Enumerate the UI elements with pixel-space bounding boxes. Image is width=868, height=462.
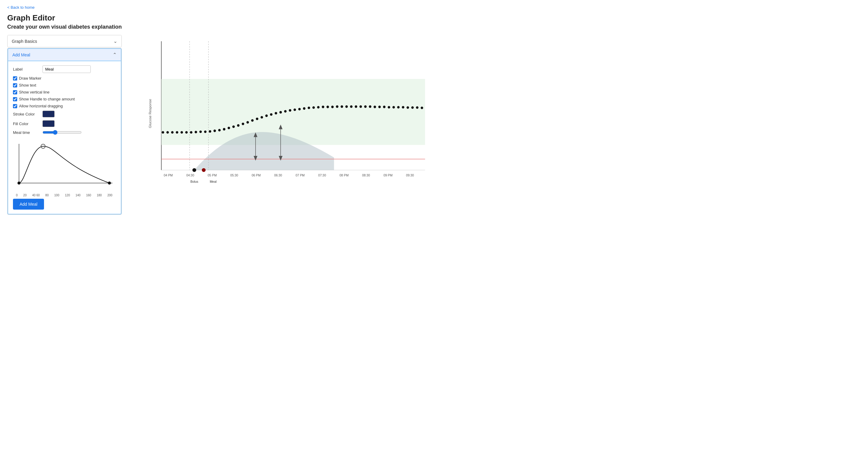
svg-point-53 bbox=[364, 105, 367, 108]
svg-point-10 bbox=[161, 131, 164, 134]
svg-point-65 bbox=[421, 107, 423, 109]
svg-point-22 bbox=[218, 129, 221, 131]
add-meal-button[interactable]: Add Meal bbox=[13, 199, 44, 210]
svg-point-12 bbox=[171, 131, 174, 134]
svg-text:04:30: 04:30 bbox=[186, 174, 194, 177]
y-axis-label: Glucose Response bbox=[148, 99, 152, 128]
svg-point-31 bbox=[261, 116, 263, 118]
svg-point-60 bbox=[397, 106, 400, 108]
svg-point-16 bbox=[190, 131, 192, 134]
svg-point-43 bbox=[317, 106, 319, 108]
back-to-home-link[interactable]: < Back to home bbox=[7, 5, 35, 10]
svg-point-36 bbox=[284, 110, 287, 113]
fill-color-swatch[interactable] bbox=[42, 120, 55, 127]
allow-horizontal-checkbox[interactable] bbox=[13, 104, 17, 108]
show-vertical-checkbox[interactable] bbox=[13, 90, 17, 94]
svg-point-2 bbox=[18, 181, 21, 184]
svg-point-45 bbox=[327, 106, 329, 108]
show-text-label: Show text bbox=[19, 83, 36, 87]
svg-point-61 bbox=[402, 106, 404, 108]
graph-basics-label: Graph Basics bbox=[12, 39, 37, 44]
svg-point-51 bbox=[355, 105, 357, 108]
add-meal-label: Add Meal bbox=[12, 53, 30, 57]
draw-marker-row: Draw Marker bbox=[13, 76, 116, 81]
svg-text:09 PM: 09 PM bbox=[383, 174, 393, 177]
svg-point-15 bbox=[185, 131, 188, 134]
svg-point-38 bbox=[293, 109, 296, 111]
svg-text:06:30: 06:30 bbox=[274, 174, 282, 177]
main-chart-area: Glucose Response bbox=[129, 35, 445, 186]
meal-time-slider[interactable] bbox=[42, 130, 82, 135]
svg-point-39 bbox=[299, 108, 301, 110]
svg-text:08 PM: 08 PM bbox=[340, 174, 349, 177]
svg-point-4 bbox=[108, 181, 111, 184]
stroke-color-swatch[interactable] bbox=[42, 111, 55, 117]
svg-text:06 PM: 06 PM bbox=[252, 174, 261, 177]
chart-svg-container: Glucose Response bbox=[129, 35, 445, 186]
label-input[interactable] bbox=[42, 65, 91, 73]
graph-basics-section: Graph Basics ⌄ bbox=[7, 35, 122, 47]
show-handle-checkbox[interactable] bbox=[13, 97, 17, 101]
svg-text:04 PM: 04 PM bbox=[164, 174, 173, 177]
svg-point-26 bbox=[237, 124, 239, 127]
svg-rect-7 bbox=[161, 79, 425, 145]
mini-chart: 0 20 40 60 80 100 120 140 160 180 200 bbox=[13, 138, 116, 192]
label-field-label: Label bbox=[13, 67, 40, 71]
svg-point-19 bbox=[204, 131, 207, 133]
allow-horizontal-row: Allow horizontal dragging bbox=[13, 104, 116, 108]
svg-point-20 bbox=[209, 130, 211, 133]
page-subtitle: Create your own visual diabetes explanat… bbox=[7, 24, 445, 30]
show-vertical-row: Show vertical line bbox=[13, 90, 116, 94]
svg-point-55 bbox=[374, 106, 376, 108]
svg-point-27 bbox=[242, 123, 244, 125]
svg-text:07 PM: 07 PM bbox=[296, 174, 305, 177]
svg-text:05 PM: 05 PM bbox=[208, 174, 217, 177]
show-vertical-label: Show vertical line bbox=[19, 90, 50, 94]
svg-point-46 bbox=[331, 106, 334, 108]
stroke-color-row: Stroke Color bbox=[13, 111, 116, 117]
add-meal-section: Add Meal ⌃ Label Draw Marker bbox=[7, 48, 122, 215]
stroke-color-label: Stroke Color bbox=[13, 112, 40, 116]
svg-point-62 bbox=[407, 106, 409, 109]
svg-text:07:30: 07:30 bbox=[318, 174, 326, 177]
fill-color-row: Fill Color bbox=[13, 120, 116, 127]
svg-point-64 bbox=[416, 106, 418, 109]
show-text-row: Show text bbox=[13, 83, 116, 87]
allow-horizontal-label: Allow horizontal dragging bbox=[19, 104, 63, 108]
svg-point-32 bbox=[265, 115, 268, 117]
svg-text:Meal: Meal bbox=[210, 180, 217, 183]
draw-marker-checkbox[interactable] bbox=[13, 76, 17, 81]
svg-point-30 bbox=[256, 118, 258, 120]
svg-point-41 bbox=[308, 107, 310, 109]
fill-color-label: Fill Color bbox=[13, 121, 40, 126]
svg-point-54 bbox=[369, 105, 371, 108]
svg-text:09:30: 09:30 bbox=[406, 174, 414, 177]
left-panel: Graph Basics ⌄ Add Meal ⌃ Label bbox=[7, 35, 122, 215]
show-handle-label: Show Handle to change amount bbox=[19, 97, 75, 101]
svg-point-29 bbox=[251, 119, 253, 121]
svg-point-49 bbox=[345, 105, 348, 108]
svg-point-21 bbox=[213, 130, 216, 132]
svg-point-50 bbox=[350, 105, 352, 108]
add-meal-chevron-icon: ⌃ bbox=[113, 52, 117, 58]
svg-text:Bolus: Bolus bbox=[190, 180, 198, 183]
svg-point-42 bbox=[312, 106, 315, 109]
svg-point-35 bbox=[279, 111, 282, 113]
meal-time-row: Meal time bbox=[13, 130, 116, 135]
meal-time-label: Meal time bbox=[13, 130, 40, 135]
draw-marker-label: Draw Marker bbox=[19, 76, 41, 81]
svg-point-33 bbox=[270, 113, 273, 115]
svg-point-34 bbox=[275, 112, 277, 114]
add-meal-header[interactable]: Add Meal ⌃ bbox=[7, 48, 121, 61]
graph-basics-header[interactable]: Graph Basics ⌄ bbox=[7, 35, 121, 47]
svg-point-44 bbox=[322, 106, 324, 108]
svg-point-37 bbox=[289, 109, 291, 112]
svg-text:08:30: 08:30 bbox=[362, 174, 370, 177]
svg-point-63 bbox=[411, 106, 414, 109]
svg-point-14 bbox=[181, 131, 183, 134]
show-text-checkbox[interactable] bbox=[13, 83, 17, 87]
svg-point-13 bbox=[176, 131, 178, 134]
svg-text:05:30: 05:30 bbox=[230, 174, 238, 177]
svg-point-57 bbox=[383, 106, 385, 108]
add-meal-body: Label Draw Marker Show text bbox=[7, 61, 121, 214]
